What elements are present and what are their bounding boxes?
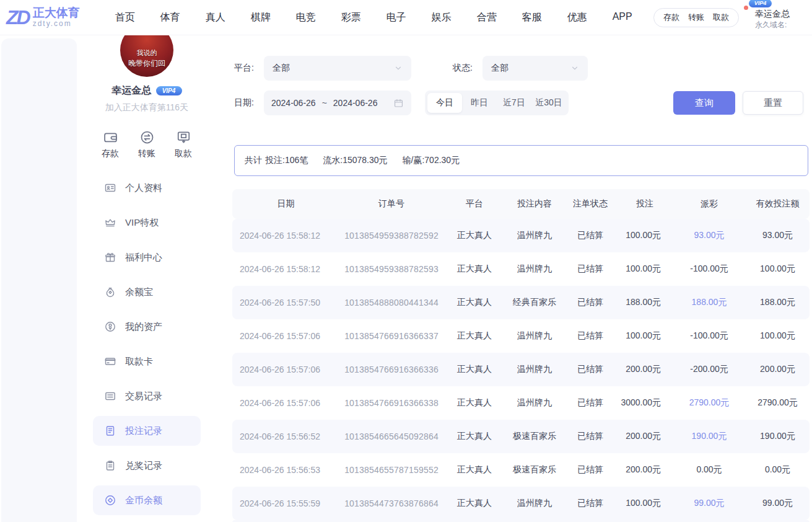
bet-records-table: 日期订单号平台投注内容注单状态投注派彩有效投注额 2024-06-26 15:5…	[232, 189, 810, 522]
nav-item[interactable]: 优惠	[567, 11, 587, 24]
date-tab[interactable]: 近7日	[497, 93, 531, 113]
sidebar-menu-item[interactable]: 福利中心	[93, 242, 201, 272]
cell-bet-content: 温州牌九	[505, 263, 564, 275]
table-row[interactable]: 2024-06-26 15:57:06 1013854766916366336 …	[232, 353, 810, 386]
status-filter-label: 状态:	[453, 63, 482, 74]
cell-platform: 正大真人	[443, 431, 505, 442]
cell-valid-amount: 100.00元	[746, 263, 810, 275]
quick-link[interactable]: 存款	[102, 130, 119, 159]
main-content: 平台: 全部 状态: 全部 日期: 2024-06-26 ~ 2024-06-2…	[217, 35, 812, 522]
cell-bet-amount: 200.00元	[617, 364, 673, 375]
cell-order-number: 1013854959388782593	[339, 264, 443, 274]
coin-balance-icon	[104, 494, 116, 507]
nav-item[interactable]: 彩票	[341, 11, 361, 24]
logo-title: 正大体育	[33, 7, 80, 20]
cell-status: 已结算	[564, 230, 617, 241]
nav-item[interactable]: 合营	[477, 11, 497, 24]
quick-action-link[interactable]: 转账	[688, 12, 704, 23]
table-row[interactable]: 2024-06-26 15:58:12 1013854959388782592 …	[232, 219, 810, 252]
sidebar-menu: 个人资料 VIP特权 福利中心 余额宝 我的资产	[77, 173, 217, 522]
nav-item[interactable]: 电竞	[296, 11, 316, 24]
column-header: 有效投注额	[746, 198, 810, 210]
cell-bet-amount: 100.00元	[617, 230, 673, 241]
cell-payout: 99.00元	[673, 498, 746, 509]
summary-items: 投注:106笔流水:15078.30元输/赢:702.30元	[265, 155, 474, 166]
cell-platform: 正大真人	[443, 297, 505, 308]
table-row[interactable]: 2024-06-26 15:56:53 1013854655787159552 …	[232, 453, 810, 487]
cell-payout: 0.00元	[673, 464, 746, 476]
summary-item: 投注:106笔	[265, 155, 308, 165]
sidebar-menu-item[interactable]: 兑奖记录	[93, 451, 201, 480]
logo-subtitle: zdty.com	[33, 20, 80, 28]
avatar-caption-line1: 我说的	[137, 48, 157, 58]
cell-date: 2024-06-26 15:57:06	[232, 331, 339, 341]
nav-item[interactable]: APP	[613, 11, 632, 24]
profile-username: 幸运金总	[112, 84, 152, 97]
sidebar-menu-item[interactable]: 余额宝	[93, 277, 201, 307]
cell-bet-content: 极速百家乐	[505, 431, 564, 442]
table-row[interactable]: 2024-06-26 15:55:59 1013854473763876864 …	[232, 487, 810, 520]
nav-item[interactable]: 首页	[115, 11, 135, 24]
cell-platform: 正大真人	[443, 330, 505, 342]
nav-item[interactable]: 娱乐	[432, 11, 452, 24]
gift-icon	[104, 251, 116, 263]
date-range-input[interactable]: 2024-06-26 ~ 2024-06-26	[264, 91, 411, 115]
nav-item[interactable]: 棋牌	[251, 11, 271, 24]
column-header: 注单状态	[564, 198, 617, 210]
date-tab[interactable]: 昨日	[462, 93, 497, 113]
cell-valid-amount: 190.00元	[746, 431, 810, 442]
sidebar-menu-item[interactable]: 我的资产	[93, 312, 201, 342]
sidebar-menu-item[interactable]: 交易记录	[93, 381, 201, 411]
id-card-icon	[104, 182, 116, 194]
quick-action-link[interactable]: 取款	[713, 12, 729, 23]
header-user[interactable]: VIP4 幸运金总 永久域名:	[750, 4, 812, 31]
quick-link[interactable]: 转账	[138, 130, 155, 159]
site-logo[interactable]: ZD 正大体育 zdty.com	[6, 7, 80, 28]
platform-select[interactable]: 全部	[264, 56, 411, 81]
bank-card-icon	[104, 355, 116, 368]
summary-bar: 共计 投注:106笔流水:15078.30元输/赢:702.30元	[234, 145, 808, 176]
table-row[interactable]: 2024-06-26 15:57:06 1013854766916366337 …	[232, 319, 810, 353]
summary-prefix: 共计	[245, 155, 262, 166]
date-tab[interactable]: 近30日	[531, 93, 566, 113]
quick-action-link[interactable]: 存款	[663, 12, 679, 23]
bet-record-icon	[104, 425, 116, 437]
table-row[interactable]: 2024-06-26 15:57:50 1013854888080441344 …	[232, 286, 810, 319]
table-row[interactable]: 2024-06-26 15:57:06 1013854766916366338 …	[232, 386, 810, 420]
logo-mark-icon: ZD	[6, 7, 33, 27]
table-row[interactable]: 2024-06-26 15:56:52 1013854665645092864 …	[232, 420, 810, 453]
date-tab[interactable]: 今日	[427, 93, 462, 113]
cell-status: 已结算	[564, 431, 617, 442]
sidebar-menu-item[interactable]: VIP特权	[93, 208, 201, 237]
cell-valid-amount: 188.00元	[746, 297, 810, 308]
column-header: 投注	[617, 198, 673, 210]
sidebar-menu-item[interactable]: 金币余额	[93, 485, 201, 515]
transaction-list-icon	[104, 390, 116, 402]
status-select[interactable]: 全部	[482, 56, 588, 81]
sidebar-quick-links: 存款 转账 取款	[102, 130, 192, 159]
search-button[interactable]: 查询	[673, 91, 735, 115]
nav-item[interactable]: 真人	[206, 11, 225, 24]
cell-payout: 2790.00元	[673, 397, 746, 409]
nav-item[interactable]: 体育	[160, 11, 180, 24]
date-separator: ~	[322, 98, 327, 108]
column-header: 日期	[232, 198, 339, 210]
profile-avatar[interactable]: 我说的 晚带你们回	[120, 35, 173, 77]
nav-item[interactable]: 电子	[386, 11, 406, 24]
nav-item[interactable]: 客服	[522, 11, 542, 24]
table-row[interactable]: 2024-06-26 15:58:12 1013854959388782593 …	[232, 252, 810, 286]
cell-payout: 93.00元	[673, 230, 746, 241]
reset-button[interactable]: 重置	[743, 91, 803, 115]
cell-bet-content: 温州牌九	[505, 330, 564, 342]
cell-date: 2024-06-26 15:58:12	[232, 264, 339, 274]
cell-bet-amount: 100.00元	[617, 263, 673, 275]
cell-order-number: 1013854888080441344	[339, 298, 443, 307]
sidebar-menu-item[interactable]: 个人资料	[93, 173, 201, 203]
cell-order-number: 1013854959388782592	[339, 231, 443, 241]
cell-bet-amount: 3000.00元	[617, 397, 673, 409]
cell-date: 2024-06-26 15:57:06	[232, 365, 339, 374]
quick-link[interactable]: 取款	[175, 130, 192, 159]
sidebar-menu-item[interactable]: 投注记录	[93, 416, 201, 446]
cell-platform: 正大真人	[443, 230, 505, 241]
sidebar-menu-item[interactable]: 取款卡	[93, 347, 201, 376]
